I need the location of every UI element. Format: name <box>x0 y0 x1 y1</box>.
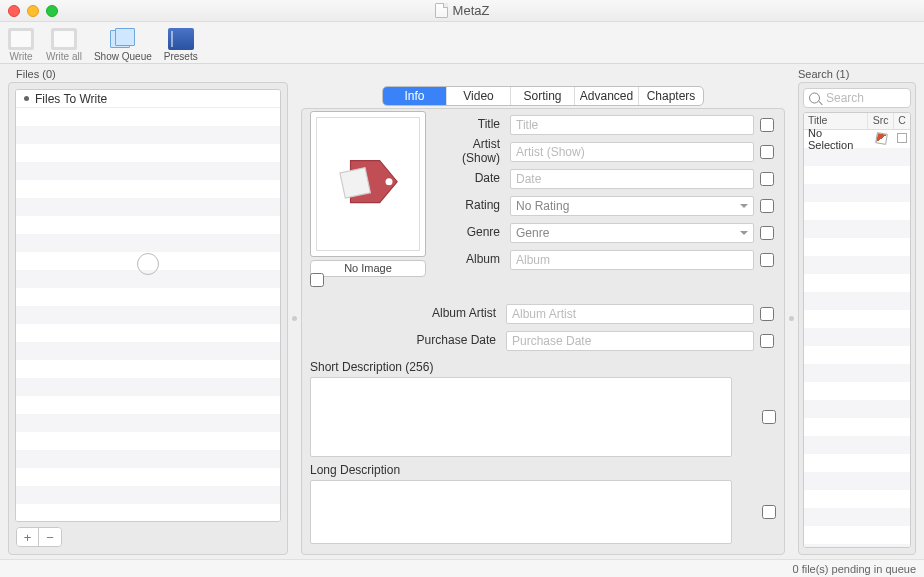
write-all-icon <box>51 28 77 50</box>
tab-info[interactable]: Info <box>383 87 447 105</box>
longdesc-checkbox[interactable] <box>762 505 776 519</box>
shortdesc-field[interactable] <box>310 377 732 457</box>
files-list[interactable]: Files To Write <box>15 89 281 522</box>
remove-file-button[interactable]: − <box>39 528 61 546</box>
col-c[interactable]: C <box>894 113 910 129</box>
window-title-text: MetaZ <box>453 3 490 18</box>
row-checkbox[interactable] <box>897 133 907 143</box>
artwork-checkbox[interactable] <box>310 273 324 287</box>
albumartist-label: Album Artist <box>310 307 502 320</box>
album-field[interactable] <box>510 250 754 270</box>
window-title: MetaZ <box>0 3 924 18</box>
presets-label: Presets <box>164 51 198 62</box>
artist-checkbox[interactable] <box>760 145 774 159</box>
add-remove-group: + − <box>16 527 62 547</box>
tab-video[interactable]: Video <box>447 87 511 105</box>
search-panel: Title Src C No Selection <box>798 82 916 555</box>
close-window-icon[interactable] <box>8 5 20 17</box>
minimize-window-icon[interactable] <box>27 5 39 17</box>
row-src <box>868 133 894 146</box>
album-checkbox[interactable] <box>760 253 774 267</box>
artwork-area: No Image <box>310 111 430 277</box>
title-label: Title <box>434 118 506 131</box>
longdesc-label: Long Description <box>310 463 776 477</box>
date-checkbox[interactable] <box>760 172 774 186</box>
rating-checkbox[interactable] <box>760 199 774 213</box>
tab-advanced[interactable]: Advanced <box>575 87 639 105</box>
table-row[interactable]: No Selection <box>804 130 910 148</box>
status-text: 0 file(s) pending in queue <box>792 563 916 575</box>
rating-select[interactable]: No Rating <box>510 196 754 216</box>
row-title: No Selection <box>804 127 868 151</box>
genre-label: Genre <box>434 226 506 239</box>
disclosure-dot-icon <box>24 96 29 101</box>
document-icon <box>435 3 448 18</box>
col-src[interactable]: Src <box>868 113 894 129</box>
artist-label: Artist (Show) <box>434 138 506 164</box>
rating-label: Rating <box>434 199 506 212</box>
zoom-window-icon[interactable] <box>46 5 58 17</box>
row-c <box>894 133 910 145</box>
splitter-right-icon[interactable] <box>789 316 794 321</box>
files-header: Files (0) <box>8 66 296 82</box>
title-checkbox[interactable] <box>760 118 774 132</box>
artist-field[interactable] <box>510 142 754 162</box>
show-queue-icon <box>110 28 136 50</box>
svg-rect-2 <box>340 168 370 198</box>
album-label: Album <box>434 253 506 266</box>
titlebar: MetaZ <box>0 0 924 22</box>
add-file-button[interactable]: + <box>17 528 39 546</box>
date-label: Date <box>434 172 506 185</box>
splitter-left-icon[interactable] <box>292 316 297 321</box>
albumartist-field[interactable] <box>506 304 754 324</box>
albumartist-checkbox[interactable] <box>760 307 774 321</box>
purchase-checkbox[interactable] <box>760 334 774 348</box>
files-to-write-section[interactable]: Files To Write <box>16 90 280 108</box>
write-icon <box>8 28 34 50</box>
toolbar: Write Write all Show Queue Presets <box>0 22 924 64</box>
search-icon <box>809 93 820 104</box>
search-header: Search (1) <box>790 66 916 82</box>
files-list-body[interactable] <box>16 108 280 521</box>
search-results-table[interactable]: Title Src C No Selection <box>803 112 911 548</box>
show-queue-label: Show Queue <box>94 51 152 62</box>
info-panel: No Image Title Artist (Show) Date Rating… <box>301 108 785 555</box>
tab-bar: Info Video Sorting Advanced Chapters <box>382 86 704 106</box>
tab-chapters[interactable]: Chapters <box>639 87 703 105</box>
date-field[interactable] <box>510 169 754 189</box>
svg-point-1 <box>386 178 393 185</box>
write-label: Write <box>9 51 32 62</box>
files-panel: Files To Write + − <box>8 82 288 555</box>
window-controls <box>8 5 58 17</box>
show-queue-button[interactable]: Show Queue <box>92 28 154 62</box>
write-all-label: Write all <box>46 51 82 62</box>
presets-icon <box>168 28 194 50</box>
status-bar: 0 file(s) pending in queue <box>0 559 924 577</box>
purchase-field[interactable] <box>506 331 754 351</box>
title-field[interactable] <box>510 115 754 135</box>
purchase-label: Purchase Date <box>310 334 502 347</box>
genre-checkbox[interactable] <box>760 226 774 240</box>
write-button[interactable]: Write <box>6 28 36 62</box>
files-section-label: Files To Write <box>35 92 107 106</box>
longdesc-field[interactable] <box>310 480 732 544</box>
artwork-well[interactable] <box>310 111 426 257</box>
write-all-button[interactable]: Write all <box>44 28 84 62</box>
shortdesc-checkbox[interactable] <box>762 410 776 424</box>
presets-button[interactable]: Presets <box>162 28 200 62</box>
tag-placeholder-icon <box>333 149 403 219</box>
genre-select[interactable]: Genre <box>510 223 754 243</box>
spinner-icon <box>137 253 159 275</box>
tab-sorting[interactable]: Sorting <box>511 87 575 105</box>
shortdesc-label: Short Description (256) <box>310 360 776 374</box>
tag-icon <box>875 132 888 145</box>
